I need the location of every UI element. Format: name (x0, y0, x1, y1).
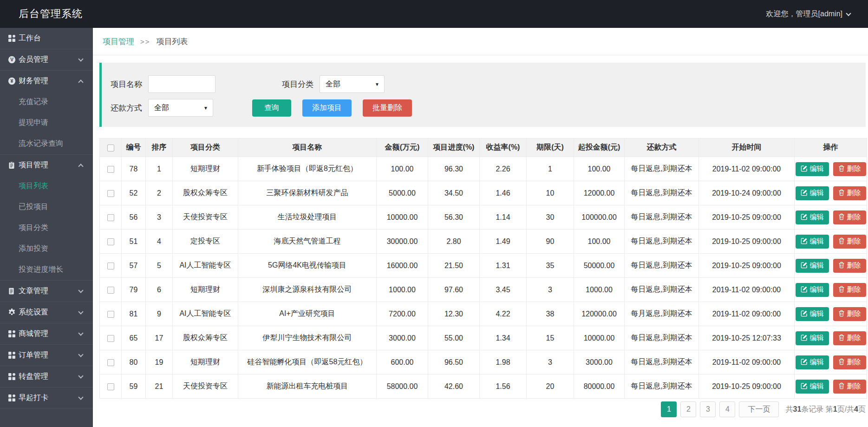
table-row: 575AI人工智能专区5G网络4K电视传输项目16000.0021.501.31… (100, 254, 867, 278)
edit-button[interactable]: 编辑 (796, 210, 829, 224)
add-project-button[interactable]: 添加项目 (302, 99, 352, 117)
projects-table: 编号排序项目分类项目名称金额(万元)项目进度(%)收益率(%)期限(天)起投金额… (99, 138, 867, 399)
edit-icon (801, 358, 808, 367)
table-header-row: 编号排序项目分类项目名称金额(万元)项目进度(%)收益率(%)期限(天)起投金额… (100, 138, 867, 157)
batch-delete-button[interactable]: 批量删除 (363, 99, 412, 117)
select-all-checkbox[interactable] (107, 145, 114, 151)
sidebar-subitem[interactable]: 提现申请 (0, 112, 93, 133)
delete-button[interactable]: 删除 (833, 186, 866, 200)
page-button-2[interactable]: 2 (680, 401, 696, 417)
table-cell: 新能源出租车充电桩项目 (238, 374, 377, 399)
edit-button[interactable]: 编辑 (796, 331, 829, 345)
edit-button[interactable]: 编辑 (796, 259, 829, 273)
page-button-3[interactable]: 3 (700, 401, 716, 417)
row-checkbox[interactable] (107, 287, 114, 294)
pagination-summary: 共31条记录 第1页/共4页 (785, 405, 866, 414)
sidebar-subitem[interactable]: 项目分类 (0, 217, 93, 238)
row-checkbox[interactable] (107, 263, 114, 269)
delete-button[interactable]: 删除 (833, 380, 866, 394)
project-name-label: 项目名称 (111, 79, 142, 90)
sidebar-group-article: 文章管理 (0, 281, 93, 302)
table-cell: 10000.00 (574, 326, 625, 350)
table-cell: 海底天然气管道工程 (238, 230, 377, 254)
sidebar-subitem-active[interactable]: 项目列表 (0, 176, 93, 197)
row-checkbox[interactable] (107, 190, 114, 197)
table-cell: 硅谷智能孵化项目（即返58元红包） (238, 350, 377, 374)
delete-button[interactable]: 删除 (833, 355, 866, 369)
user-menu[interactable]: 欢迎您，管理员[admin] (766, 9, 868, 19)
sidebar-item-order[interactable]: 订单管理 (0, 345, 93, 366)
sidebar-subitem[interactable]: 流水记录查询 (0, 133, 93, 154)
delete-button[interactable]: 删除 (833, 210, 866, 224)
table-row: 5921天使投资专区新能源出租车充电桩项目58000.0042.601.5620… (100, 374, 867, 399)
sidebar-group-finance: ¥财务管理充值记录提现申请流水记录查询 (0, 71, 93, 155)
sidebar-item-member[interactable]: V会员管理 (0, 49, 93, 70)
table-cell: 天使投资专区 (173, 205, 238, 230)
sidebar-group-system: 系统设置 (0, 302, 93, 323)
delete-button[interactable]: 删除 (833, 307, 866, 321)
table-cell: 600.00 (377, 350, 428, 374)
table-cell: 3000.00 (377, 326, 428, 350)
delete-button[interactable]: 删除 (833, 259, 866, 273)
table-cell: 短期理财 (173, 157, 238, 181)
table-cell: 1.98 (480, 350, 527, 374)
row-checkbox[interactable] (107, 166, 114, 173)
sidebar-item-mall[interactable]: 商城管理 (0, 323, 93, 344)
table-cell: 12.30 (428, 302, 480, 326)
row-checkbox[interactable] (107, 335, 114, 342)
row-checkbox[interactable] (107, 238, 114, 245)
sidebar-item-system[interactable]: 系统设置 (0, 302, 93, 323)
page-button-1[interactable]: 1 (661, 401, 677, 417)
column-header: 期限(天) (527, 138, 574, 157)
row-checkbox[interactable] (107, 383, 114, 390)
table-row: 796短期理财深圳康之源泉科技有限公司1000.0097.603.4531000… (100, 278, 867, 302)
table-cell: 2.26 (480, 157, 527, 181)
table-cell: AI人工智能专区 (173, 254, 238, 278)
sidebar-item-label: 文章管理 (19, 286, 48, 296)
chevron-down-icon (78, 288, 83, 293)
edit-icon (801, 237, 808, 246)
edit-button[interactable]: 编辑 (796, 162, 829, 176)
row-checkbox[interactable] (107, 359, 114, 366)
svg-text:V: V (10, 57, 13, 62)
delete-button[interactable]: 删除 (833, 331, 866, 345)
search-button[interactable]: 查询 (252, 99, 291, 117)
sidebar-item-article[interactable]: 文章管理 (0, 281, 93, 302)
trash-icon (838, 358, 845, 367)
page-button-4[interactable]: 4 (719, 401, 735, 417)
edit-button[interactable]: 编辑 (796, 380, 829, 394)
project-name-input[interactable] (148, 75, 215, 93)
delete-button[interactable]: 删除 (833, 283, 866, 297)
sidebar-subitem[interactable]: 充值记录 (0, 92, 93, 112)
sidebar-subitem[interactable]: 已投项目 (0, 197, 93, 217)
table-cell: 4.22 (480, 302, 527, 326)
sidebar-group-checkin: 早起打卡 (0, 388, 93, 409)
table-cell: 1.14 (480, 205, 527, 230)
edit-button[interactable]: 编辑 (796, 283, 829, 297)
project-category-select[interactable]: 全部 ▼ (320, 75, 385, 93)
delete-button[interactable]: 删除 (833, 235, 866, 249)
row-checkbox[interactable] (107, 311, 114, 318)
table-cell: 52 (122, 181, 146, 205)
breadcrumb-parent-link[interactable]: 项目管理 (103, 36, 134, 47)
sidebar-item-project[interactable]: 项目管理 (0, 155, 93, 176)
edit-button[interactable]: 编辑 (796, 235, 829, 249)
repay-method-select[interactable]: 全部 ▼ (148, 99, 213, 117)
edit-button[interactable]: 编辑 (796, 307, 829, 321)
row-checkbox[interactable] (107, 214, 114, 221)
table-cell: 57 (122, 254, 146, 278)
sidebar-item-label: 订单管理 (19, 350, 48, 360)
sidebar-item-wheel[interactable]: 转盘管理 (0, 366, 93, 387)
edit-button[interactable]: 编辑 (796, 355, 829, 369)
sidebar-item-checkin[interactable]: 早起打卡 (0, 388, 93, 408)
sidebar-subitem[interactable]: 添加投资 (0, 238, 93, 259)
sidebar-subitem[interactable]: 投资进度增长 (0, 259, 93, 280)
sidebar-group-project: 项目管理项目列表已投项目项目分类添加投资投资进度增长 (0, 155, 93, 281)
next-page-button[interactable]: 下一页 (739, 401, 779, 417)
edit-button[interactable]: 编辑 (796, 186, 829, 200)
sidebar-item-finance[interactable]: ¥财务管理 (0, 71, 93, 92)
project-category-label: 项目分类 (282, 79, 313, 90)
sidebar-item-workbench[interactable]: 工作台 (0, 28, 93, 49)
table-cell: 96.50 (428, 350, 480, 374)
delete-button[interactable]: 删除 (833, 162, 866, 176)
